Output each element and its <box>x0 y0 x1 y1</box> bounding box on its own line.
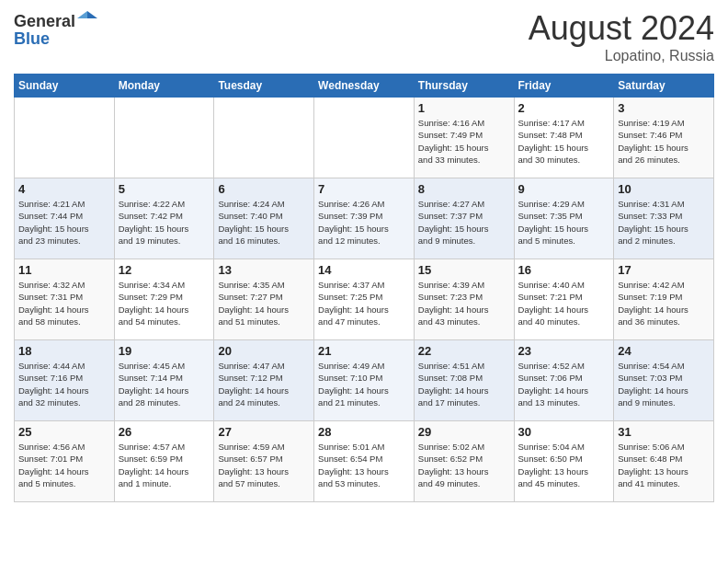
day-number: 4 <box>18 182 110 196</box>
day-cell: 31Sunrise: 5:06 AM Sunset: 6:48 PM Dayli… <box>614 421 714 502</box>
day-cell: 20Sunrise: 4:47 AM Sunset: 7:12 PM Dayli… <box>214 340 314 421</box>
day-info: Sunrise: 4:39 AM Sunset: 7:23 PM Dayligh… <box>418 279 510 327</box>
day-number: 31 <box>618 425 710 439</box>
day-cell: 23Sunrise: 4:52 AM Sunset: 7:06 PM Dayli… <box>514 340 614 421</box>
day-cell: 9Sunrise: 4:29 AM Sunset: 7:35 PM Daylig… <box>514 178 614 259</box>
title-block: August 2024 Lopatino, Russia <box>529 9 714 64</box>
day-info: Sunrise: 4:35 AM Sunset: 7:27 PM Dayligh… <box>218 279 310 327</box>
col-header-thursday: Thursday <box>414 75 514 98</box>
day-cell: 13Sunrise: 4:35 AM Sunset: 7:27 PM Dayli… <box>214 259 314 340</box>
day-number: 24 <box>618 344 710 358</box>
day-cell: 11Sunrise: 4:32 AM Sunset: 7:31 PM Dayli… <box>15 259 115 340</box>
day-number: 17 <box>618 263 710 277</box>
day-info: Sunrise: 4:22 AM Sunset: 7:42 PM Dayligh… <box>119 198 210 247</box>
day-info: Sunrise: 4:21 AM Sunset: 7:44 PM Dayligh… <box>18 198 110 247</box>
day-cell: 10Sunrise: 4:31 AM Sunset: 7:33 PM Dayli… <box>614 178 714 259</box>
col-header-saturday: Saturday <box>614 75 714 98</box>
logo: General Blue <box>14 9 97 49</box>
day-number: 18 <box>18 344 110 358</box>
day-info: Sunrise: 4:44 AM Sunset: 7:16 PM Dayligh… <box>18 360 110 408</box>
week-row-3: 11Sunrise: 4:32 AM Sunset: 7:31 PM Dayli… <box>15 259 714 340</box>
col-header-wednesday: Wednesday <box>314 75 415 98</box>
day-cell: 19Sunrise: 4:45 AM Sunset: 7:14 PM Dayli… <box>114 340 214 421</box>
page-header: General Blue August 2024 Lopatino, Russi… <box>14 9 714 64</box>
logo-icon <box>77 9 97 29</box>
day-number: 13 <box>218 263 310 277</box>
day-cell <box>314 98 415 178</box>
day-info: Sunrise: 5:04 AM Sunset: 6:50 PM Dayligh… <box>518 441 610 489</box>
day-info: Sunrise: 4:52 AM Sunset: 7:06 PM Dayligh… <box>518 360 610 408</box>
day-cell: 21Sunrise: 4:49 AM Sunset: 7:10 PM Dayli… <box>314 340 415 421</box>
week-row-1: 1Sunrise: 4:16 AM Sunset: 7:49 PM Daylig… <box>15 98 714 178</box>
day-number: 15 <box>418 263 510 277</box>
day-number: 14 <box>318 263 410 277</box>
day-cell: 12Sunrise: 4:34 AM Sunset: 7:29 PM Dayli… <box>114 259 214 340</box>
day-number: 7 <box>318 182 410 196</box>
day-number: 30 <box>518 425 610 439</box>
day-number: 12 <box>119 263 210 277</box>
day-info: Sunrise: 4:37 AM Sunset: 7:25 PM Dayligh… <box>318 279 410 327</box>
day-number: 21 <box>318 344 410 358</box>
day-info: Sunrise: 4:19 AM Sunset: 7:46 PM Dayligh… <box>618 117 710 166</box>
day-info: Sunrise: 4:17 AM Sunset: 7:48 PM Dayligh… <box>518 117 610 166</box>
day-info: Sunrise: 4:31 AM Sunset: 7:33 PM Dayligh… <box>618 198 710 247</box>
day-number: 10 <box>618 182 710 196</box>
location-title: Lopatino, Russia <box>529 48 714 64</box>
day-number: 8 <box>418 182 510 196</box>
day-cell: 4Sunrise: 4:21 AM Sunset: 7:44 PM Daylig… <box>15 178 115 259</box>
day-info: Sunrise: 5:01 AM Sunset: 6:54 PM Dayligh… <box>318 441 410 489</box>
day-cell: 18Sunrise: 4:44 AM Sunset: 7:16 PM Dayli… <box>15 340 115 421</box>
day-cell: 22Sunrise: 4:51 AM Sunset: 7:08 PM Dayli… <box>414 340 514 421</box>
day-info: Sunrise: 4:51 AM Sunset: 7:08 PM Dayligh… <box>418 360 510 408</box>
day-number: 20 <box>218 344 310 358</box>
day-number: 5 <box>119 182 210 196</box>
day-cell: 7Sunrise: 4:26 AM Sunset: 7:39 PM Daylig… <box>314 178 415 259</box>
day-info: Sunrise: 4:40 AM Sunset: 7:21 PM Dayligh… <box>518 279 610 327</box>
day-cell: 8Sunrise: 4:27 AM Sunset: 7:37 PM Daylig… <box>414 178 514 259</box>
day-number: 23 <box>518 344 610 358</box>
day-cell: 3Sunrise: 4:19 AM Sunset: 7:46 PM Daylig… <box>614 98 714 178</box>
day-info: Sunrise: 4:16 AM Sunset: 7:49 PM Dayligh… <box>418 117 510 166</box>
day-number: 25 <box>18 425 110 439</box>
day-number: 28 <box>318 425 410 439</box>
day-cell: 28Sunrise: 5:01 AM Sunset: 6:54 PM Dayli… <box>314 421 415 502</box>
week-row-4: 18Sunrise: 4:44 AM Sunset: 7:16 PM Dayli… <box>15 340 714 421</box>
month-title: August 2024 <box>529 9 714 48</box>
day-number: 3 <box>618 101 710 115</box>
day-cell: 26Sunrise: 4:57 AM Sunset: 6:59 PM Dayli… <box>114 421 214 502</box>
day-info: Sunrise: 4:34 AM Sunset: 7:29 PM Dayligh… <box>119 279 210 327</box>
day-number: 22 <box>418 344 510 358</box>
week-row-5: 25Sunrise: 4:56 AM Sunset: 7:01 PM Dayli… <box>15 421 714 502</box>
day-info: Sunrise: 4:59 AM Sunset: 6:57 PM Dayligh… <box>218 441 310 489</box>
day-number: 27 <box>218 425 310 439</box>
day-number: 2 <box>518 101 610 115</box>
day-info: Sunrise: 4:45 AM Sunset: 7:14 PM Dayligh… <box>119 360 210 408</box>
day-info: Sunrise: 4:26 AM Sunset: 7:39 PM Dayligh… <box>318 198 410 247</box>
day-number: 19 <box>119 344 210 358</box>
day-info: Sunrise: 5:06 AM Sunset: 6:48 PM Dayligh… <box>618 441 710 489</box>
day-info: Sunrise: 5:02 AM Sunset: 6:52 PM Dayligh… <box>418 441 510 489</box>
col-header-friday: Friday <box>514 75 614 98</box>
day-info: Sunrise: 4:27 AM Sunset: 7:37 PM Dayligh… <box>418 198 510 247</box>
day-number: 6 <box>218 182 310 196</box>
day-cell: 25Sunrise: 4:56 AM Sunset: 7:01 PM Dayli… <box>15 421 115 502</box>
day-cell <box>114 98 214 178</box>
day-cell: 15Sunrise: 4:39 AM Sunset: 7:23 PM Dayli… <box>414 259 514 340</box>
day-info: Sunrise: 4:49 AM Sunset: 7:10 PM Dayligh… <box>318 360 410 408</box>
day-cell: 30Sunrise: 5:04 AM Sunset: 6:50 PM Dayli… <box>514 421 614 502</box>
day-cell: 27Sunrise: 4:59 AM Sunset: 6:57 PM Dayli… <box>214 421 314 502</box>
day-info: Sunrise: 4:47 AM Sunset: 7:12 PM Dayligh… <box>218 360 310 408</box>
svg-marker-0 <box>87 11 97 18</box>
week-row-2: 4Sunrise: 4:21 AM Sunset: 7:44 PM Daylig… <box>15 178 714 259</box>
day-cell: 29Sunrise: 5:02 AM Sunset: 6:52 PM Dayli… <box>414 421 514 502</box>
day-number: 29 <box>418 425 510 439</box>
day-info: Sunrise: 4:42 AM Sunset: 7:19 PM Dayligh… <box>618 279 710 327</box>
col-header-tuesday: Tuesday <box>214 75 314 98</box>
header-row: SundayMondayTuesdayWednesdayThursdayFrid… <box>15 75 714 98</box>
calendar-table: SundayMondayTuesdayWednesdayThursdayFrid… <box>14 74 714 502</box>
day-cell: 2Sunrise: 4:17 AM Sunset: 7:48 PM Daylig… <box>514 98 614 178</box>
svg-marker-1 <box>77 11 87 18</box>
day-number: 1 <box>418 101 510 115</box>
day-info: Sunrise: 4:29 AM Sunset: 7:35 PM Dayligh… <box>518 198 610 247</box>
day-cell <box>214 98 314 178</box>
